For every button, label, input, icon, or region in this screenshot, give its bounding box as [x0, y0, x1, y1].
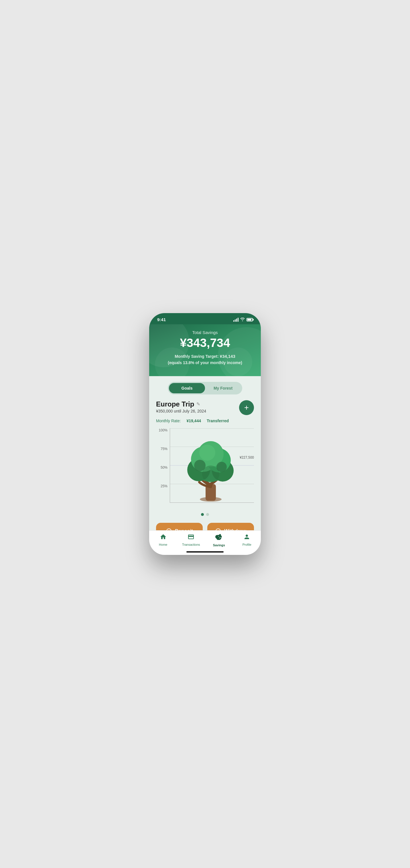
- svg-point-11: [202, 466, 219, 483]
- wifi-icon: [240, 317, 245, 322]
- battery-icon: [247, 318, 253, 321]
- goal-info: Europe Trip ✎ ¥350,000 until July 26, 20…: [156, 400, 206, 413]
- goal-subtitle: ¥350,000 until July 26, 2024: [156, 409, 206, 413]
- total-savings-amount: ¥343,734: [158, 336, 252, 350]
- monthly-rate-label: Monthly Rate:: [156, 418, 181, 423]
- nav-profile[interactable]: Profile: [233, 533, 261, 547]
- deposit-button[interactable]: Deposit: [156, 523, 203, 531]
- profile-icon: [243, 533, 250, 542]
- status-icons: [233, 317, 253, 322]
- transactions-icon: [188, 533, 194, 542]
- withdraw-icon: [215, 528, 221, 531]
- nav-savings-label: Savings: [213, 544, 225, 547]
- phone-frame: 9:41 Total Savings ¥343,: [149, 313, 261, 555]
- y-label-75: 75%: [156, 447, 167, 451]
- total-savings-label: Total Savings: [158, 330, 252, 335]
- signal-icon: [233, 318, 239, 322]
- nav-savings[interactable]: Savings: [205, 533, 233, 547]
- pagination-dots: [149, 513, 261, 516]
- savings-icon: [215, 533, 223, 542]
- savings-chart: 100% 75% 50% 25% ¥227,500: [149, 425, 261, 508]
- monthly-target-value: ¥34,143: [220, 354, 235, 359]
- main-content: Goals My Forest Europe Trip ✎ ¥350,000 u…: [149, 376, 261, 531]
- tab-goals[interactable]: Goals: [169, 383, 205, 393]
- dot-2: [206, 513, 209, 516]
- goal-title: Europe Trip: [156, 400, 194, 408]
- time-display: 9:41: [157, 317, 166, 322]
- goal-header: Europe Trip ✎ ¥350,000 until July 26, 20…: [156, 400, 254, 415]
- nav-home-label: Home: [159, 543, 167, 546]
- chart-y-labels: 100% 75% 50% 25%: [156, 428, 167, 508]
- chart-area: 100% 75% 50% 25% ¥227,500: [156, 428, 254, 508]
- nav-transactions-label: Transactions: [182, 543, 200, 546]
- goal-title-row: Europe Trip ✎: [156, 400, 206, 408]
- status-bar: 9:41: [149, 313, 261, 324]
- dot-1: [201, 513, 204, 516]
- action-buttons: Deposit Withdraw: [149, 518, 261, 531]
- price-label: ¥227,500: [240, 456, 254, 460]
- withdraw-button[interactable]: Withdraw: [207, 523, 254, 531]
- goal-section: Europe Trip ✎ ¥350,000 until July 26, 20…: [149, 395, 261, 423]
- nav-profile-label: Profile: [243, 543, 251, 546]
- add-goal-button[interactable]: +: [239, 400, 254, 415]
- monthly-target: Monthly Saving Target: ¥34,143 (equals 1…: [158, 353, 252, 366]
- withdraw-label: Withdraw: [224, 528, 246, 531]
- home-indicator: [186, 551, 224, 553]
- y-label-100: 100%: [156, 428, 167, 432]
- savings-header: Total Savings ¥343,734 Monthly Saving Ta…: [149, 324, 261, 376]
- transferred-button[interactable]: Transferred: [207, 418, 229, 423]
- deposit-icon: [166, 528, 172, 531]
- y-label-50: 50%: [156, 466, 167, 469]
- monthly-target-prefix: Monthly Saving Target:: [175, 354, 219, 359]
- svg-point-8: [199, 444, 215, 461]
- nav-home[interactable]: Home: [149, 533, 177, 547]
- y-label-25: 25%: [156, 484, 167, 488]
- tab-switcher: Goals My Forest: [168, 382, 242, 395]
- savings-tree: [182, 437, 239, 503]
- home-icon: [160, 533, 167, 542]
- nav-transactions[interactable]: Transactions: [177, 533, 205, 547]
- deposit-label: Deposit: [175, 528, 193, 531]
- edit-icon[interactable]: ✎: [196, 401, 200, 407]
- monthly-target-note: (equals 13.8% of your monthly income): [168, 361, 242, 365]
- monthly-rate-row: Monthly Rate: ¥19,444 Transferred: [156, 418, 254, 423]
- tab-my-forest[interactable]: My Forest: [205, 383, 241, 393]
- monthly-rate-value: ¥19,444: [186, 418, 201, 423]
